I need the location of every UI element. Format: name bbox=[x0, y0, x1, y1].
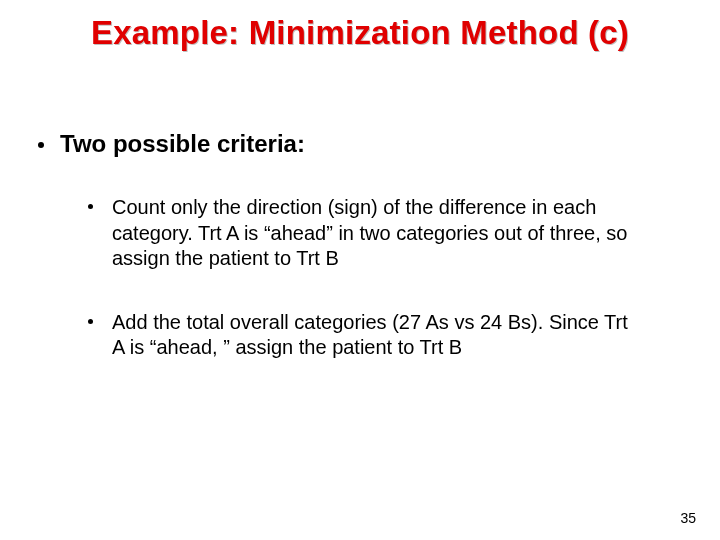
sub-bullet-text: Add the total overall categories (27 As … bbox=[112, 311, 628, 359]
sub-bullet-item: Count only the direction (sign) of the d… bbox=[112, 195, 640, 272]
main-bullet: Two possible criteria: bbox=[60, 130, 680, 158]
bullet-dot-icon bbox=[88, 204, 93, 209]
main-bullet-text: Two possible criteria: bbox=[60, 130, 305, 157]
sub-bullet-list: Count only the direction (sign) of the d… bbox=[112, 195, 640, 399]
bullet-dot-icon bbox=[88, 319, 93, 324]
bullet-dot-icon bbox=[38, 142, 44, 148]
page-number: 35 bbox=[680, 510, 696, 526]
slide: Example: Minimization Method (c) Two pos… bbox=[0, 0, 720, 540]
sub-bullet-item: Add the total overall categories (27 As … bbox=[112, 310, 640, 361]
sub-bullet-text: Count only the direction (sign) of the d… bbox=[112, 196, 627, 269]
slide-title: Example: Minimization Method (c) bbox=[0, 14, 720, 52]
